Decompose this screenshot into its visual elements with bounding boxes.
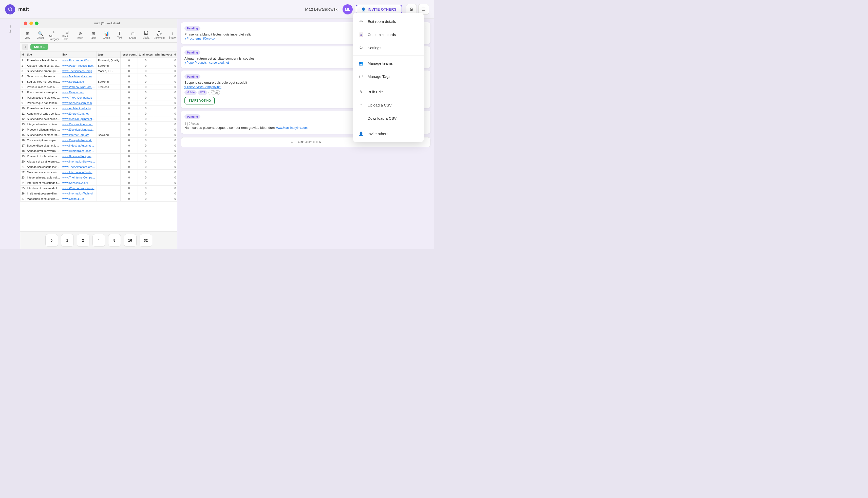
cell-link[interactable]: www.ServicesCorp.com — [61, 101, 97, 106]
cell-total: 0 — [138, 159, 154, 164]
cell-link[interactable]: www.DairyInc.org — [61, 90, 97, 95]
cell-link[interactable]: www.TheInternetCompany.net — [61, 175, 97, 180]
cell-link[interactable]: www.ElectricalManufacturingLtd.org — [61, 127, 97, 132]
card-4-link[interactable]: www.MachineryInc.com — [276, 126, 308, 130]
toolbar-view[interactable]: ⊞ View — [23, 31, 32, 39]
menu-invite-others[interactable]: 👤 Invite others — [353, 127, 424, 140]
cell-id: 25 — [21, 186, 26, 191]
cell-total: 0 — [138, 175, 154, 180]
cell-c0: 0 — [173, 84, 177, 90]
cell-link[interactable]: www.WarehousingCorp.io — [61, 186, 97, 191]
mac-maximize-btn[interactable] — [35, 22, 39, 25]
cell-title: Pellentesque id ultricies ante, vel feug… — [26, 95, 61, 101]
mac-minimize-btn[interactable] — [29, 22, 33, 25]
cell-link[interactable]: www.MachineryInc.com — [61, 74, 97, 79]
cell-winning — [154, 122, 173, 127]
cell-link[interactable]: www.InformationTechnologyLLC.com — [61, 191, 97, 196]
vote-btn-4[interactable]: 4 — [93, 234, 105, 247]
cell-winning — [154, 164, 173, 170]
vote-btn-8[interactable]: 8 — [108, 234, 121, 247]
cell-link[interactable]: www.ServicesCo.org — [61, 180, 97, 186]
vote-btn-32[interactable]: 32 — [140, 234, 152, 247]
toolbar-table[interactable]: ⊞ Table — [89, 31, 98, 39]
menu-customize-cards[interactable]: 🃏 Customize cards — [353, 28, 424, 41]
cell-id: 8 — [21, 95, 26, 101]
cell-link[interactable]: www.HumanResourcesCorp.net — [61, 148, 97, 154]
menu-settings[interactable]: ⚙ Settings — [353, 41, 424, 54]
toolbar-text[interactable]: T Text — [115, 31, 124, 39]
cell-link[interactable]: www.EnergyCorp.net — [61, 111, 97, 116]
menu-manage-tags[interactable]: 🏷 Manage Tags — [353, 70, 424, 83]
cell-link[interactable]: www.ComputerNetworkingCorp.net — [61, 138, 97, 143]
cell-id: 5 — [21, 79, 26, 84]
cell-link[interactable]: www.ConstructionInc.org — [61, 122, 97, 127]
cell-link[interactable]: www.MedicalEquipmentLLC.io — [61, 116, 97, 122]
cell-reset: 0 — [120, 90, 138, 95]
vote-btn-0[interactable]: 0 — [45, 234, 58, 247]
toolbar-media[interactable]: 🖼 Media — [141, 31, 150, 39]
cell-link[interactable]: www.IndustrialAutomationLLC.net — [61, 143, 97, 148]
menu-upload-csv[interactable]: ↑ Upload a CSV — [353, 99, 424, 112]
menu-manage-teams[interactable]: 👥 Manage teams — [353, 56, 424, 70]
cell-link[interactable]: www.SportsLtd.io — [61, 79, 97, 84]
cell-title: Nam cursus placerat augue, a semper eros… — [26, 74, 61, 79]
toolbar-graph[interactable]: 📊 Graph — [102, 31, 111, 39]
cell-link[interactable]: www.InformationServicesIncorporated.com — [61, 159, 97, 164]
cell-reset: 0 — [120, 191, 138, 196]
col-title: title — [26, 51, 61, 58]
vote-btn-1[interactable]: 1 — [61, 234, 74, 247]
toolbar-add-category[interactable]: + Add Category — [49, 30, 58, 41]
cell-tags: Backend — [97, 79, 120, 84]
mac-close-btn[interactable] — [24, 22, 27, 25]
tag-ios[interactable]: IOS — [198, 90, 207, 95]
cell-reset: 0 — [120, 154, 138, 159]
cell-link[interactable]: www.ProcurementCorp.com — [61, 58, 97, 63]
cell-total: 0 — [138, 186, 154, 191]
add-category-icon: + — [52, 30, 55, 35]
menu-download-csv[interactable]: ↓ Download a CSV — [353, 112, 424, 125]
toolbar-insert[interactable]: ⊕ Insert — [76, 31, 85, 39]
cell-link[interactable]: www.InternetCorp.org — [61, 132, 97, 138]
cell-link[interactable]: www.CraftsLLC.io — [61, 196, 97, 201]
tag-mobile[interactable]: Mobile — [185, 90, 196, 95]
toolbar-share[interactable]: ↑ Share — [168, 31, 177, 39]
cell-reset: 0 — [120, 106, 138, 111]
col-0: 0 — [173, 51, 177, 58]
vote-btn-2[interactable]: 2 — [77, 234, 90, 247]
cell-winning — [154, 95, 173, 101]
cell-link[interactable]: www.ArchitectureInc.io — [61, 106, 97, 111]
toolbar-pivot-table[interactable]: ⊟ Pivot Table — [62, 30, 71, 41]
cell-link[interactable]: www.InternationalTradeIncorporated.io — [61, 170, 97, 175]
cell-tags — [97, 154, 120, 159]
cell-id: 17 — [21, 143, 26, 148]
cell-link[interactable]: www.WarehousingCorp.org — [61, 84, 97, 90]
start-voting-button-3[interactable]: START VOTING — [185, 97, 215, 104]
cell-c0: 0 — [173, 122, 177, 127]
media-icon: 🖼 — [144, 31, 148, 36]
cell-id: 19 — [21, 154, 26, 159]
menu-download-csv-label: Download a CSV — [368, 116, 396, 120]
cell-link[interactable]: www.TheServicesCompany.net — [61, 68, 97, 74]
toolbar-zoom[interactable]: 🔍 Zoom — [36, 31, 45, 39]
sheet-tab[interactable]: Sheet 1 — [30, 44, 49, 50]
toolbar-shape[interactable]: ◻ Shape — [128, 31, 137, 39]
cell-winning — [154, 196, 173, 201]
add-sheet-button[interactable]: + — [22, 44, 28, 50]
cell-tags — [97, 148, 120, 154]
cell-winning — [154, 90, 173, 95]
cell-c0: 0 — [173, 63, 177, 68]
cell-link[interactable]: www.TheArtCompany.io — [61, 95, 97, 101]
add-tag-btn-3[interactable]: + Tag — [208, 90, 220, 95]
cell-link[interactable]: www.PaperProductsIncorporated.net — [61, 63, 97, 68]
cell-link[interactable]: www.BusinessEquipmentIncorporated.com — [61, 154, 97, 159]
cell-id: 1 — [21, 58, 26, 63]
pivot-table-icon: ⊟ — [65, 30, 69, 35]
menu-edit-room-details[interactable]: ✏ Edit room details — [353, 15, 424, 28]
cell-link[interactable]: www.TheAnimationCompany.org — [61, 164, 97, 170]
menu-bulk-edit[interactable]: ✎ Bulk Edit — [353, 85, 424, 99]
vote-btn-16[interactable]: 16 — [124, 234, 137, 247]
cell-title: Aenean scelerisque lectus vel tellus tem… — [26, 164, 61, 170]
dropdown-menu: ✏ Edit room details 🃏 Customize cards ⚙ … — [353, 13, 424, 142]
cell-total: 0 — [138, 191, 154, 196]
toolbar-comment[interactable]: 💬 Comment — [154, 31, 164, 39]
